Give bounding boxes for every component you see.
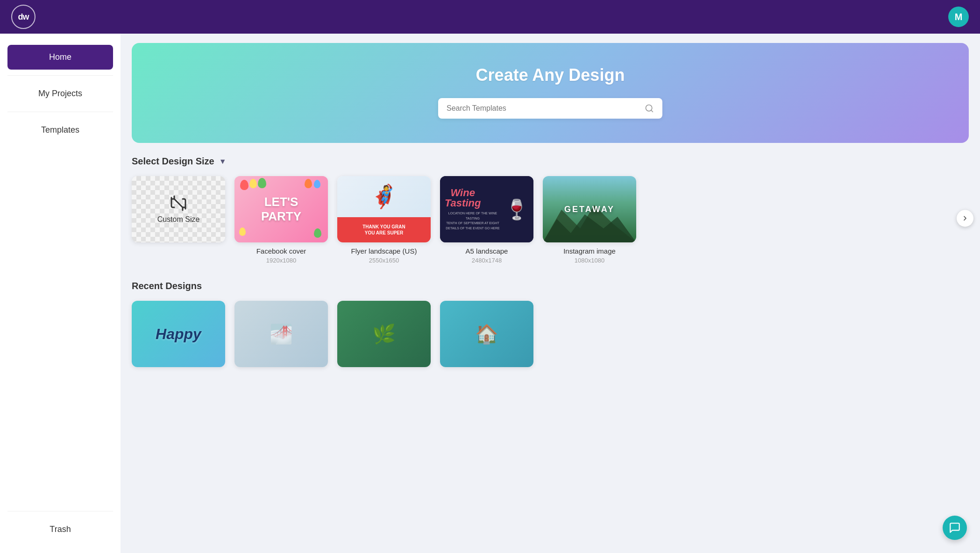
sidebar-item-my-projects[interactable]: My Projects bbox=[7, 81, 113, 106]
search-icon bbox=[645, 104, 654, 113]
recent-card-2-icon: 🌁 bbox=[270, 323, 293, 345]
a5-size-name: A5 landscape bbox=[466, 247, 508, 255]
recent-card-3[interactable]: 🌿 bbox=[337, 301, 431, 367]
svg-line-1 bbox=[651, 110, 653, 112]
recent-designs-title: Recent Designs bbox=[132, 281, 969, 291]
sidebar-spacer bbox=[7, 146, 113, 505]
chat-icon bbox=[949, 522, 961, 534]
recent-card-3-icon: 🌿 bbox=[372, 323, 396, 345]
search-bar bbox=[438, 98, 662, 119]
sidebar: Home My Projects Templates Trash bbox=[0, 34, 121, 553]
recent-card-1[interactable]: Happy bbox=[132, 301, 225, 367]
logo-text: dw bbox=[18, 12, 29, 22]
hero-banner: Create Any Design bbox=[132, 43, 969, 143]
design-size-section-header: Select Design Size ▼ bbox=[132, 156, 969, 167]
instagram-size-dims: 1080x1080 bbox=[575, 257, 604, 264]
facebook-size-name: Facebook cover bbox=[256, 247, 306, 255]
facebook-size-dims: 1920x1080 bbox=[266, 257, 296, 264]
svg-line-2 bbox=[174, 199, 183, 207]
main-content: Create Any Design Select Design Size ▼ bbox=[121, 34, 980, 553]
avatar-letter: M bbox=[955, 12, 963, 22]
sidebar-item-trash[interactable]: Trash bbox=[7, 517, 113, 542]
sidebar-item-templates[interactable]: Templates bbox=[7, 118, 113, 142]
flyer-thumb: 🦸 THANK YOU GRANYOU ARE SUPER bbox=[337, 176, 431, 242]
logo[interactable]: dw bbox=[11, 5, 36, 29]
size-card-facebook[interactable]: LET'SPARTY Facebook cover 1920x1080 bbox=[234, 176, 328, 264]
flyer-size-name: Flyer landscape (US) bbox=[351, 247, 417, 255]
instagram-size-name: Instagram image bbox=[563, 247, 616, 255]
size-card-custom[interactable]: Custom Size bbox=[132, 176, 225, 242]
flyer-size-dims: 2550x1650 bbox=[369, 257, 399, 264]
wine-glass-icon: 🍷 bbox=[504, 198, 529, 221]
filter-icon[interactable]: ▼ bbox=[219, 157, 227, 166]
sidebar-divider-bottom bbox=[7, 511, 113, 511]
custom-size-label: Custom Size bbox=[157, 215, 200, 224]
design-size-cards: Custom Size LET'SPARTY bbox=[132, 176, 969, 264]
design-size-title: Select Design Size bbox=[132, 156, 214, 167]
size-card-instagram[interactable]: GETAWAY Instagram image 1080x1080 bbox=[543, 176, 636, 264]
user-avatar[interactable]: M bbox=[948, 7, 969, 27]
a5-thumb: WineTasting LOCATION HERE OF THE WINE TA… bbox=[440, 176, 533, 242]
custom-thumb: Custom Size bbox=[132, 176, 225, 242]
sidebar-divider-2 bbox=[7, 112, 113, 112]
chevron-right-icon bbox=[961, 214, 969, 222]
instagram-overlay-text: GETAWAY bbox=[564, 205, 615, 214]
a5-size-dims: 2480x1748 bbox=[472, 257, 502, 264]
flyer-bottom-bar: THANK YOU GRANYOU ARE SUPER bbox=[337, 217, 431, 242]
flyer-image: 🦸 bbox=[337, 176, 431, 217]
recent-card-4[interactable]: 🏠 bbox=[440, 301, 533, 367]
top-navigation: dw M bbox=[0, 0, 980, 34]
instagram-thumb: GETAWAY bbox=[543, 176, 636, 242]
size-card-flyer[interactable]: 🦸 THANK YOU GRANYOU ARE SUPER Flyer land… bbox=[337, 176, 431, 264]
recent-card-1-text: Happy bbox=[156, 326, 201, 343]
recent-designs-grid: Happy 🌁 🌿 🏠 bbox=[132, 301, 969, 367]
page-layout: Home My Projects Templates Trash Create … bbox=[0, 0, 980, 553]
slider-next-button[interactable] bbox=[957, 210, 973, 227]
chat-button[interactable] bbox=[943, 516, 967, 540]
facebook-thumb: LET'SPARTY bbox=[234, 176, 328, 242]
sidebar-item-home[interactable]: Home bbox=[7, 45, 113, 70]
crop-icon bbox=[170, 195, 187, 212]
sidebar-divider-1 bbox=[7, 75, 113, 76]
hero-title: Create Any Design bbox=[476, 65, 625, 85]
recent-card-4-icon: 🏠 bbox=[475, 323, 498, 345]
size-card-a5[interactable]: WineTasting LOCATION HERE OF THE WINE TA… bbox=[440, 176, 533, 264]
recent-card-2[interactable]: 🌁 bbox=[234, 301, 328, 367]
search-input[interactable] bbox=[447, 104, 640, 113]
